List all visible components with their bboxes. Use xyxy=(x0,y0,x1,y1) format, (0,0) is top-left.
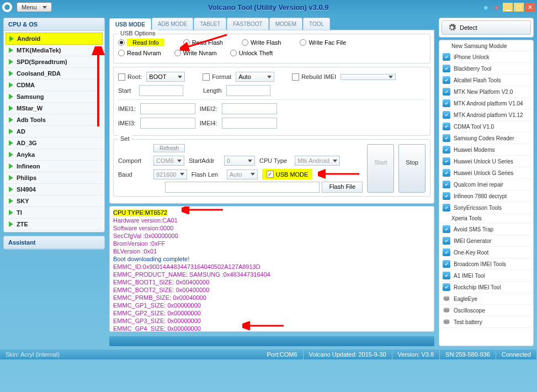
radio-write-flash[interactable]: Write Flash xyxy=(242,39,281,46)
gear-icon xyxy=(448,23,456,32)
tab-tablet[interactable]: TABLET xyxy=(194,18,226,30)
sidebar-item-si4904[interactable]: SI4904 xyxy=(6,184,103,195)
tab-tool[interactable]: TOOL xyxy=(303,18,330,30)
play-icon xyxy=(9,210,13,215)
radio-unlock-theft[interactable]: Unlock Theft xyxy=(230,50,273,56)
tool-item-testbattery[interactable]: Test battery xyxy=(440,316,532,328)
diamond-icon-1[interactable]: ◈ xyxy=(481,3,491,12)
tool-label: MTK Android platform V1.12 xyxy=(454,112,523,118)
tab-fastboot[interactable]: FASTBOOT xyxy=(227,18,268,30)
radio-write-nvram[interactable]: Write Nvram xyxy=(174,50,217,56)
maximize-button[interactable]: ▢ xyxy=(514,3,524,12)
tool-item-sonyericssontools[interactable]: SonyEricsson Tools xyxy=(440,202,532,214)
comport-combo[interactable]: COM6 xyxy=(153,156,184,166)
play-icon xyxy=(9,187,13,192)
sidebar-item-cdma[interactable]: CDMA xyxy=(6,80,103,91)
sidebar-item-spdspreadtrum[interactable]: SPD(Spreadtrum) xyxy=(6,56,103,68)
format-combo[interactable]: Auto xyxy=(236,72,274,82)
titlebar: Menu Volcano Tool (Utility Version) v3.0… xyxy=(0,0,537,14)
tool-item-onekeyroot[interactable]: One-Key Root xyxy=(440,247,532,258)
sidebar-item-adbtools[interactable]: Adb Tools xyxy=(6,114,103,126)
sidebar-item-anyka[interactable]: Anyka xyxy=(6,149,103,161)
sidebar-item-android[interactable]: Android xyxy=(6,33,103,45)
radio-read-info[interactable]: Read Info xyxy=(118,39,164,46)
sidebar-item-coolsandrda[interactable]: Coolsand_RDA xyxy=(6,68,103,80)
imei4-input[interactable] xyxy=(222,118,277,129)
radio-icon xyxy=(118,50,125,56)
diamond-icon-2[interactable]: ◈ xyxy=(492,3,502,12)
tool-item-huaweimodems[interactable]: Huawei Modems xyxy=(440,144,532,156)
startaddr-combo[interactable]: 0 xyxy=(224,156,255,166)
cputype-combo[interactable]: Mtk Android xyxy=(295,156,340,166)
tool-item-eagleeye[interactable]: EagleEye xyxy=(440,293,532,305)
stop-button[interactable]: Stop xyxy=(398,144,426,193)
tool-label: Xperia Tools xyxy=(451,215,482,221)
tool-item-qualcomimeirepair[interactable]: Qualcom Imei repair xyxy=(440,179,532,190)
sidebar-item-ad3g[interactable]: AD_3G xyxy=(6,137,103,149)
sidebar-item-ad[interactable]: AD xyxy=(6,126,103,137)
tool-item-blackberrytool[interactable]: Blackberry Tool xyxy=(440,63,532,75)
play-icon xyxy=(9,175,13,181)
tool-item-a1imeitool[interactable]: A1 IMEI Tool xyxy=(440,270,532,282)
tool-label: New Samsung Module xyxy=(451,43,507,49)
root-checkbox[interactable]: Root: xyxy=(118,73,142,81)
menu-button[interactable]: Menu xyxy=(17,2,52,12)
tool-label: IMEI Generator xyxy=(454,238,491,244)
tab-modem[interactable]: MODEM xyxy=(269,18,302,30)
root-combo[interactable]: BOOT xyxy=(146,72,185,82)
flash-file-button[interactable]: Flash File xyxy=(322,182,363,193)
tool-item-avoidsmstrap[interactable]: Avoid SMS Trap xyxy=(440,224,532,235)
tool-item-samsungcodesreader[interactable]: Samsung Codes Reader xyxy=(440,133,532,144)
flashlen-combo[interactable]: Auto xyxy=(227,169,258,179)
radio-read-flash[interactable]: Read Flash xyxy=(183,39,223,46)
sidebar-item-philips[interactable]: Philips xyxy=(6,172,103,184)
flash-file-input[interactable] xyxy=(165,182,320,193)
usb-options-title: USB Options xyxy=(118,30,158,36)
sidebar-item-sky[interactable]: SKY xyxy=(6,195,103,207)
radio-write-fac-file[interactable]: Write Fac File xyxy=(300,39,346,46)
tool-label: Huawei Modems xyxy=(454,147,495,153)
radio-read-nvram[interactable]: Read Nvram xyxy=(118,50,161,56)
length-input[interactable] xyxy=(226,85,270,96)
tool-item-imeigenerator[interactable]: IMEI Generator xyxy=(440,235,532,247)
tool-item-broadcomimeitools[interactable]: Broadcom IMEI Tools xyxy=(440,258,532,270)
tool-item-oscilloscope[interactable]: Oscilloscope xyxy=(440,305,532,316)
tool-item-mtkandroidplatformv112[interactable]: MTK Android platform V1.12 xyxy=(440,109,532,121)
tool-item-huaweiunlockgseries[interactable]: Huawei Unlock G Series xyxy=(440,167,532,179)
tool-item-huaweiunlockuseries[interactable]: Huawei Unlock U Series xyxy=(440,156,532,167)
tool-item-rockchipimeitool[interactable]: Rockchip IMEI Tool xyxy=(440,282,532,293)
start-input[interactable] xyxy=(139,85,183,96)
assistant-header[interactable]: Assistant xyxy=(4,236,104,249)
tool-icon xyxy=(443,204,450,211)
usb-mode-checkbox[interactable]: USB MODE xyxy=(262,169,313,179)
tab-adb-mode[interactable]: ADB MODE xyxy=(152,18,193,30)
sidebar-item-ti[interactable]: TI xyxy=(6,207,103,219)
tool-item-cdmatoolv10[interactable]: CDMA Tool V1.0 xyxy=(440,121,532,133)
rebuild-imei-combo[interactable] xyxy=(341,74,396,80)
tool-icon xyxy=(443,181,450,188)
chevron-down-icon xyxy=(180,173,184,176)
close-button[interactable]: ✕ xyxy=(525,3,535,12)
minimize-button[interactable]: ▁ xyxy=(503,3,513,12)
sidebar-item-mstarw[interactable]: MStar_W xyxy=(6,103,103,114)
refresh-button[interactable]: Refresh xyxy=(153,144,185,152)
imei1-input[interactable] xyxy=(140,103,195,114)
tool-item-mtknewplatformv20[interactable]: MTK New Platform V2.0 xyxy=(440,86,532,98)
baud-combo[interactable]: 921600 xyxy=(153,169,187,179)
sidebar-item-infineon[interactable]: Infineon xyxy=(6,161,103,172)
tool-item-iphoneunlock[interactable]: iPhone Unlock xyxy=(440,51,532,63)
detect-button[interactable]: Detect xyxy=(442,20,531,35)
sidebar-item-mtkmediatek[interactable]: MTK(MediaTek) xyxy=(6,45,103,56)
start-button[interactable]: Start xyxy=(367,144,394,193)
tab-usb-mode[interactable]: USB MODE xyxy=(109,18,151,30)
imei3-input[interactable] xyxy=(140,118,195,129)
imei2-input[interactable] xyxy=(222,103,277,114)
sidebar-item-zte[interactable]: ZTE xyxy=(6,219,103,230)
rebuild-imei-checkbox[interactable]: Rebuild IMEI xyxy=(292,73,336,81)
format-checkbox[interactable]: Format xyxy=(203,73,231,81)
tool-item-newsamsungmodule: New Samsung Module xyxy=(440,41,532,51)
sidebar-item-samsung[interactable]: Samsung xyxy=(6,91,103,103)
tool-item-mtkandroidplatformv104[interactable]: MTK Android platform V1.04 xyxy=(440,98,532,109)
tool-item-infineon7880decrypt[interactable]: Infineon 7880 decrypt xyxy=(440,190,532,202)
tool-item-alcaltelflashtools[interactable]: Alcaltel Flash Tools xyxy=(440,75,532,86)
